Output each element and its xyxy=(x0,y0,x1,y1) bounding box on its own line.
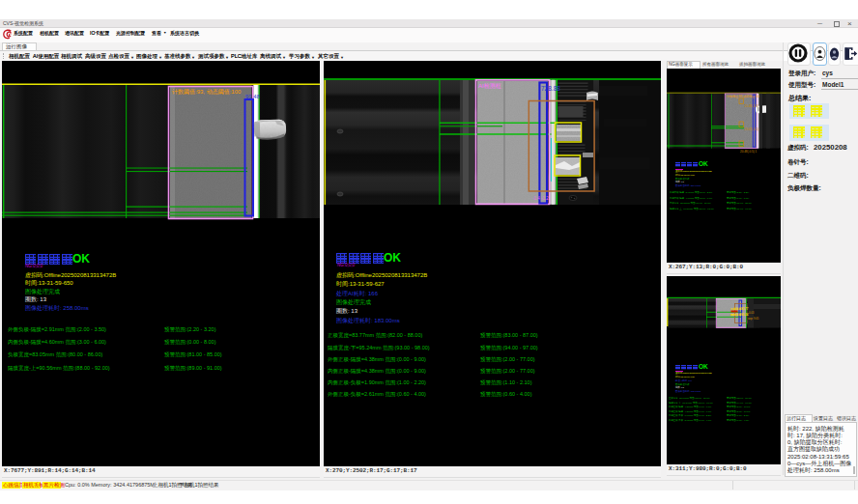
svg-text:隔膜宽度95.24: 隔膜宽度95.24 xyxy=(730,313,749,317)
svg-text:正极宽度83.77: 正极宽度83.77 xyxy=(729,306,749,310)
svg-text:728.88: 728.88 xyxy=(541,85,560,92)
svg-text:wqe 9.65: wqe 9.65 xyxy=(748,316,759,320)
svg-text:20.48(-0.5) 1: 20.48(-0.5) 1 xyxy=(745,104,762,108)
svg-text:93.48: 93.48 xyxy=(245,94,261,99)
svg-text:计数阈值:93,动态阈值:100: 计数阈值:93,动态阈值:100 xyxy=(727,95,760,98)
svg-text:20.48(-0.5) 1: 20.48(-0.5) 1 xyxy=(740,150,758,154)
svg-text:-1.4 -1.2: -1.4 -1.2 xyxy=(532,196,549,201)
svg-text:-0.03: -0.03 xyxy=(748,310,755,314)
svg-text:AI检测框: AI检测框 xyxy=(478,82,501,89)
svg-text:计数阈值:93, 动态阈值:100: 计数阈值:93, 动态阈值:100 xyxy=(172,88,242,96)
svg-text:23.07(-0.1) 1: 23.07(-0.1) 1 xyxy=(745,127,762,131)
